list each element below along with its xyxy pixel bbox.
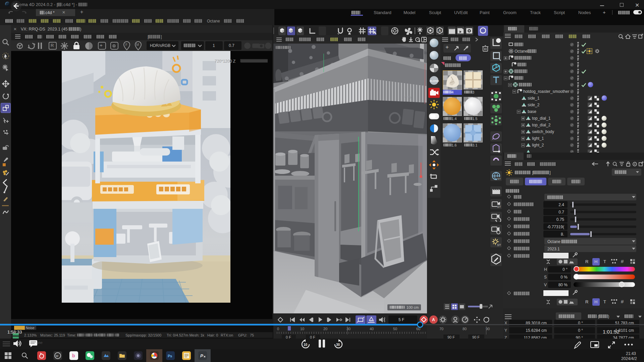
svg-text:A: A — [432, 317, 435, 322]
svg-text:ST: ST — [497, 205, 501, 208]
svg-text:M: M — [136, 43, 139, 47]
svg-text:30: 30 — [336, 343, 340, 347]
svg-text:ST: ST — [497, 243, 501, 247]
svg-text:1111: 1111 — [369, 320, 374, 322]
svg-text:b: b — [72, 353, 75, 358]
svg-text:A: A — [438, 28, 441, 33]
svg-text:F: F — [125, 43, 127, 47]
svg-text:BLEND: BLEND — [430, 79, 439, 82]
svg-text:P: P — [200, 353, 203, 358]
svg-text:w: w — [55, 354, 58, 358]
svg-text:10: 10 — [304, 343, 308, 347]
svg-text:ST: ST — [497, 177, 501, 180]
svg-text:Ps: Ps — [168, 354, 172, 358]
